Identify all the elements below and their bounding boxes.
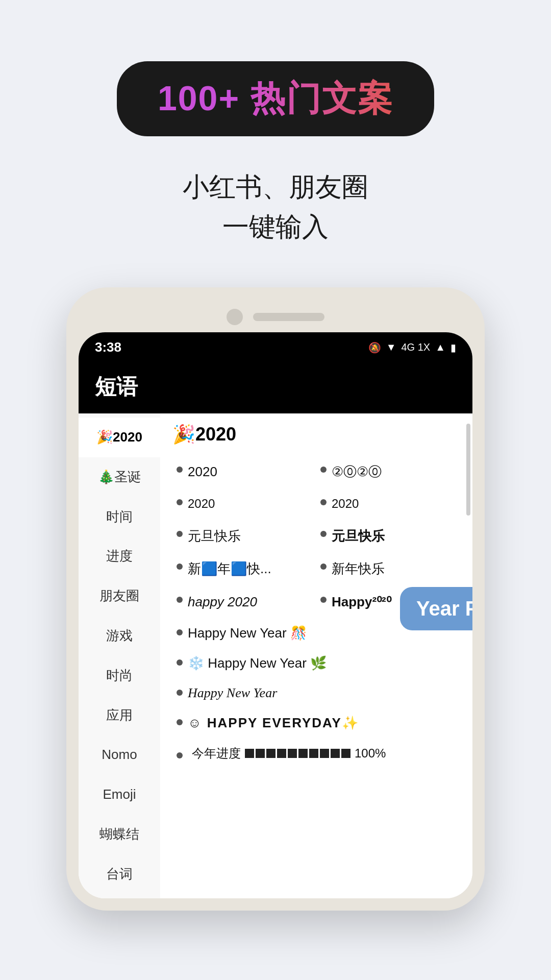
network-icon: 4G 1X xyxy=(402,341,431,353)
item-text-yuandan: 元旦快乐 xyxy=(188,527,241,545)
bullet-icon xyxy=(320,467,327,473)
item-text-small-alt: 2020 xyxy=(332,495,359,512)
sidebar-item-bowtie[interactable]: 蝴蝶结 xyxy=(79,815,160,854)
tooltip-bubble: Year Pr xyxy=(400,587,472,630)
bullet-icon xyxy=(177,467,183,473)
item-text-hny1: Happy New Year 🎊 xyxy=(188,625,307,641)
speaker-bar xyxy=(253,313,324,321)
sidebar-item-moments[interactable]: 朋友圈 xyxy=(79,576,160,616)
list-item[interactable]: 元旦快乐 xyxy=(316,520,460,552)
prog-block-4 xyxy=(277,749,286,758)
progress-percent: 100% xyxy=(355,746,386,761)
prog-block-9 xyxy=(331,749,340,758)
bullet-icon xyxy=(177,597,183,603)
status-icons: 🔕 ▼ 4G 1X ▲ ▮ xyxy=(368,341,456,354)
sidebar-item-christmas[interactable]: 🎄圣诞 xyxy=(79,457,160,497)
prog-block-7 xyxy=(309,749,318,758)
signal-icon: ▲ xyxy=(435,341,445,353)
tooltip-text: Year Pr xyxy=(416,597,472,620)
camera-circle xyxy=(227,309,243,325)
wifi-icon: ▼ xyxy=(386,341,396,353)
prog-block-2 xyxy=(256,749,265,758)
prog-block-8 xyxy=(320,749,329,758)
sidebar-item-2020[interactable]: 🎉2020 xyxy=(79,418,160,457)
list-item[interactable]: 2020 xyxy=(172,488,316,520)
list-item-full[interactable]: ☺ HAPPY EVERYDAY✨ xyxy=(172,708,460,738)
item-text-small: 2020 xyxy=(188,495,215,512)
prog-block-6 xyxy=(298,749,308,758)
list-item[interactable]: 新年快乐 xyxy=(316,552,460,585)
sidebar: 🎉2020 🎄圣诞 时间 进度 朋友圈 游戏 时尚 应用 Nomo Emoji … xyxy=(79,413,160,898)
section-title: 🎉2020 xyxy=(172,424,460,445)
bullet-icon xyxy=(177,499,183,505)
bullet-icon xyxy=(177,659,183,666)
item-text: 2020 xyxy=(188,462,217,481)
list-item-full[interactable]: ❄️ Happy New Year 🌿 xyxy=(172,648,460,678)
badge-label: 热门文案 xyxy=(251,79,393,117)
status-time: 3:38 xyxy=(95,339,121,355)
list-item-full[interactable]: Happy New Year xyxy=(172,678,460,708)
item-text-hny-cursive: Happy New Year xyxy=(188,685,277,701)
prog-block-10 xyxy=(341,749,350,758)
sidebar-item-progress[interactable]: 进度 xyxy=(79,536,160,576)
prog-block-3 xyxy=(266,749,276,758)
phone-outer: 3:38 🔕 ▼ 4G 1X ▲ ▮ 短语 🎉2020 🎄圣诞 xyxy=(66,287,485,911)
badge-number: 100+ xyxy=(158,79,240,117)
sidebar-item-time[interactable]: 时间 xyxy=(79,497,160,537)
bullet-icon xyxy=(177,564,183,570)
bullet-icon xyxy=(320,597,327,603)
badge-pill: 100+ 热门文案 xyxy=(117,61,434,136)
bullet-icon xyxy=(320,499,327,505)
bullet-icon xyxy=(320,564,327,570)
prog-block-5 xyxy=(288,749,297,758)
bell-mute-icon: 🔕 xyxy=(368,341,381,354)
bullet-icon xyxy=(177,719,183,725)
item-text-happy-everyday: ☺ HAPPY EVERYDAY✨ xyxy=(188,715,359,731)
progress-label: 今年进度 xyxy=(192,745,241,762)
list-item[interactable]: 新🟦年🟦快... xyxy=(172,552,316,585)
item-text-hny2: ❄️ Happy New Year 🌿 xyxy=(188,655,327,671)
prog-block-1 xyxy=(245,749,254,758)
battery-icon: ▮ xyxy=(450,341,456,354)
sidebar-item-nomo[interactable]: Nomo xyxy=(79,735,160,775)
list-item[interactable]: 元旦快乐 xyxy=(172,520,316,552)
list-item[interactable]: 2020 xyxy=(316,488,460,520)
sidebar-item-emoji[interactable]: Emoji xyxy=(79,775,160,815)
item-text-yuandan-bold: 元旦快乐 xyxy=(332,527,385,545)
phone-mockup: 3:38 🔕 ▼ 4G 1X ▲ ▮ 短语 🎉2020 🎄圣诞 xyxy=(66,287,485,911)
app-body: 🎉2020 🎄圣诞 时间 进度 朋友圈 游戏 时尚 应用 Nomo Emoji … xyxy=(79,413,472,898)
app-title: 短语 xyxy=(95,373,456,401)
sidebar-item-fashion[interactable]: 时尚 xyxy=(79,656,160,696)
item-text-newyear2: 新年快乐 xyxy=(332,559,385,578)
item-text-happy-bold: Happy²⁰²⁰ xyxy=(332,593,391,611)
bullet-icon xyxy=(177,690,183,696)
item-text-newyear1: 新🟦年🟦快... xyxy=(188,559,271,578)
progress-row: 今年进度 100% xyxy=(172,738,460,769)
list-item[interactable]: happy 2020 xyxy=(172,585,316,618)
phone-screen: 3:38 🔕 ▼ 4G 1X ▲ ▮ 短语 🎉2020 🎄圣诞 xyxy=(79,332,472,898)
bullet-icon xyxy=(177,752,183,758)
sidebar-item-apps[interactable]: 应用 xyxy=(79,696,160,736)
top-section: 100+ 热门文案 小红书、朋友圈 一键输入 xyxy=(0,0,551,247)
sidebar-item-lines[interactable]: 台词 xyxy=(79,854,160,894)
status-bar: 3:38 🔕 ▼ 4G 1X ▲ ▮ xyxy=(79,332,472,362)
main-content: 🎉2020 2020 ②⓪②⓪ xyxy=(160,413,472,898)
bullet-icon xyxy=(320,531,327,537)
list-item[interactable]: 2020 xyxy=(172,455,316,488)
app-header: 短语 xyxy=(79,362,472,413)
item-text-circled: ②⓪②⓪ xyxy=(332,462,382,481)
item-text-happy-italic: happy 2020 xyxy=(188,593,257,611)
subtitle-line1: 小红书、朋友圈 xyxy=(183,167,368,207)
bullet-icon xyxy=(177,531,183,537)
progress-blocks xyxy=(245,749,350,758)
bullet-icon xyxy=(177,629,183,635)
subtitle: 小红书、朋友圈 一键输入 xyxy=(183,167,368,247)
scrollbar[interactable] xyxy=(466,424,470,516)
subtitle-line2: 一键输入 xyxy=(183,207,368,247)
camera-area xyxy=(79,300,472,332)
list-item[interactable]: ②⓪②⓪ xyxy=(316,455,460,488)
sidebar-item-games[interactable]: 游戏 xyxy=(79,616,160,656)
